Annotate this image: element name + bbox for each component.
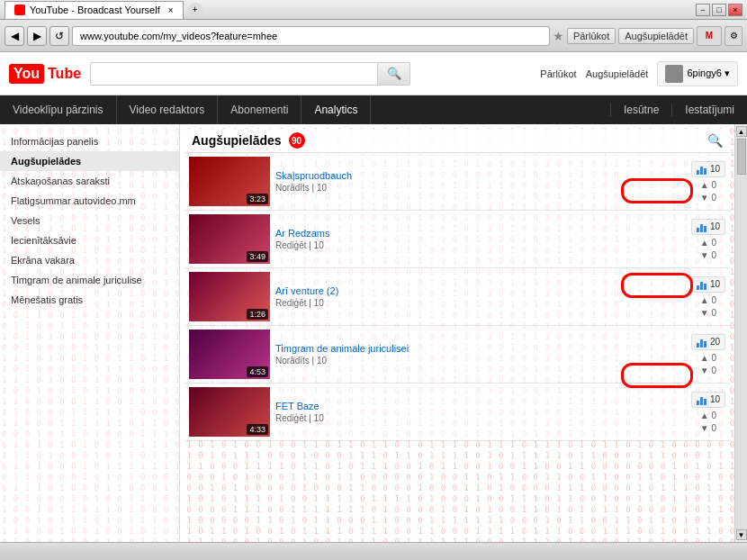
video-meta-5: Rediģēt | 10 (275, 413, 686, 423)
browser-chrome: ◀ ▶ ↺ ★ Pārlūkot Augšupielādēt M ⚙ (0, 20, 747, 52)
user-menu-button[interactable]: 6pingy6 ▾ (657, 61, 738, 86)
sidebar-item7-label: Ekrāna vakara (11, 255, 75, 266)
video-thumbnail-4[interactable]: 4:53 (189, 330, 270, 379)
nav-analytics[interactable]: Analytics (302, 95, 371, 124)
sidebar-item5-label: Vesels (11, 215, 40, 226)
browse-link[interactable]: Pārlūkot (540, 68, 576, 79)
video-duration-5: 4:33 (247, 424, 268, 435)
nav-settings[interactable]: Iestatījumi (671, 104, 747, 116)
analytics-count-4: 20 (710, 337, 720, 347)
scroll-down-button[interactable]: ▼ (736, 529, 747, 540)
tab-close-icon[interactable]: × (168, 5, 174, 15)
yt-search-button[interactable]: 🔍 (378, 62, 410, 86)
browse-button[interactable]: Pārlūkot (567, 28, 616, 44)
yt-header: You Tube 🔍 Pārlūkot Augšupielādēt 6pingy… (0, 52, 747, 95)
refresh-button[interactable]: ↺ (50, 26, 69, 46)
analytics-count-3: 10 (710, 279, 720, 289)
video-title-2[interactable]: Ar Redzams (275, 228, 686, 239)
nav-inbox[interactable]: Iesūtne (610, 104, 671, 116)
yt-search-input[interactable] (90, 62, 378, 86)
new-tab-button[interactable]: + (188, 3, 202, 17)
video-row: 3:49 Ar Redzams Rediģēt | 10 10 ▲ 0 ▼ 0 (184, 211, 730, 268)
video-thumbnail-5[interactable]: 4:33 (189, 387, 270, 437)
close-button[interactable]: × (728, 4, 742, 16)
scroll-up-button[interactable]: ▲ (736, 126, 747, 137)
sidebar-item-8[interactable]: Timgram de animale juriculise (0, 270, 179, 290)
analytics-count-2: 10 (710, 221, 720, 231)
scroll-thumb[interactable] (737, 139, 746, 175)
thumbsup-4[interactable]: ▲ 0 (700, 353, 716, 363)
status-bar (0, 542, 747, 560)
upload-link[interactable]: Augšupielādēt (586, 68, 649, 79)
gmail-icon: M (706, 31, 713, 41)
nav-video-manager-label: Videoklīpu pārzinis (13, 104, 104, 116)
scroll-track[interactable] (735, 137, 747, 529)
analytics-button-1[interactable]: 10 (691, 161, 725, 177)
page-title: Augšupielādes (192, 133, 282, 148)
analytics-button-2[interactable]: 10 (691, 219, 725, 235)
video-title-5[interactable]: FET Baze (275, 401, 686, 411)
analytics-button-3[interactable]: 10 (691, 276, 725, 293)
tab-favicon (14, 5, 25, 15)
sidebar-item-7[interactable]: Ekrāna vakara (0, 250, 179, 270)
thumbsdown-3[interactable]: ▼ 0 (700, 308, 716, 318)
sidebar-item-dashboard[interactable]: Informācijas panelis (0, 131, 179, 151)
video-meta-1: Norādīts | 10 (275, 183, 686, 193)
bookmark-star-icon[interactable]: ★ (553, 29, 564, 43)
analytics-button-4[interactable]: 20 (691, 334, 725, 350)
sidebar-item-5[interactable]: Vesels (0, 211, 179, 230)
video-info-3: Arī venture (2) Rediģēt | 10 (275, 285, 686, 308)
video-title-4[interactable]: Timgram de animale juriculisei (275, 343, 686, 354)
nav-video-editor[interactable]: Video redaktors (117, 95, 219, 124)
sidebar-item-4[interactable]: Flatigsummar autovideo.mm (0, 191, 179, 211)
back-button[interactable]: ◀ (4, 26, 24, 46)
thumbsdown-1[interactable]: ▼ 0 (700, 193, 716, 203)
video-meta-4: Norādīts | 10 (275, 356, 686, 366)
thumbsdown-4[interactable]: ▼ 0 (700, 366, 716, 375)
sidebar-uploads-label: Augšupielādes (11, 156, 81, 167)
analytics-button-5[interactable]: 10 (691, 392, 725, 408)
thumbsup-5[interactable]: ▲ 0 (700, 411, 716, 420)
sidebar-item6-label: Iecienītāksāvie (11, 235, 76, 246)
maximize-button[interactable]: □ (712, 4, 726, 16)
tools-icon: ⚙ (730, 31, 738, 41)
yt-logo[interactable]: You Tube (9, 64, 81, 84)
nav-video-manager[interactable]: Videoklīpu pārzinis (0, 95, 117, 124)
main-content: 0 0 0 0 0 0 1 0 1 1 0 1 1 0 1 0 0 0 0 0 … (0, 124, 747, 542)
video-meta-3: Rediģēt | 10 (275, 298, 686, 308)
yt-header-links: Pārlūkot Augšupielādēt (540, 68, 648, 79)
sidebar-item-6[interactable]: Iecienītāksāvie (0, 230, 179, 250)
upload-header-button[interactable]: Augšupielādēt (618, 28, 694, 44)
video-duration-2: 3:49 (247, 251, 268, 262)
minimize-button[interactable]: − (696, 4, 710, 16)
video-title-3[interactable]: Arī venture (2) (275, 285, 686, 296)
search-icon[interactable]: 🔍 (707, 133, 723, 148)
video-thumbnail-3[interactable]: 1:26 (189, 272, 270, 321)
video-thumbnail-2[interactable]: 3:49 (189, 214, 270, 264)
sidebar-item-9[interactable]: Mēnešatis gratis (0, 290, 179, 310)
thumbsdown-2[interactable]: ▼ 0 (700, 250, 716, 260)
video-row: 4:33 FET Baze Rediģēt | 10 10 ▲ 0 ▼ 0 (184, 384, 730, 441)
video-actions-3: 10 ▲ 0 ▼ 0 (691, 276, 725, 318)
address-bar[interactable] (72, 26, 550, 46)
analytics-chart-icon-1 (697, 164, 707, 175)
thumbsup-2[interactable]: ▲ 0 (700, 238, 716, 248)
tab-label: YouTube - Broadcast Yourself (30, 5, 160, 15)
thumbsup-3[interactable]: ▲ 0 (700, 295, 716, 305)
nav-subscriptions[interactable]: Abonementi (218, 95, 302, 124)
sidebar-item-uploads[interactable]: Augšupielādes (0, 151, 179, 171)
analytics-chart-icon-3 (697, 279, 707, 290)
thumbsdown-5[interactable]: ▼ 0 (700, 423, 716, 433)
browser-tab[interactable]: YouTube - Broadcast Yourself × (4, 1, 184, 19)
sidebar-item-playlists[interactable]: Atskaņošanas saraksti (0, 171, 179, 191)
extensions-area: M (697, 26, 722, 46)
forward-button[interactable]: ▶ (27, 26, 47, 46)
more-tools-button[interactable]: ⚙ (724, 26, 742, 46)
nav-analytics-label: Analytics (314, 104, 357, 116)
video-info-2: Ar Redzams Rediģēt | 10 (275, 228, 686, 250)
user-label: 6pingy6 ▾ (687, 68, 730, 79)
video-title-1[interactable]: Skaļspruodbauch (275, 170, 686, 181)
video-thumbnail-1[interactable]: 3:23 (189, 157, 270, 206)
video-info-4: Timgram de animale juriculisei Norādīts … (275, 343, 686, 366)
thumbsup-1[interactable]: ▲ 0 (700, 180, 716, 190)
